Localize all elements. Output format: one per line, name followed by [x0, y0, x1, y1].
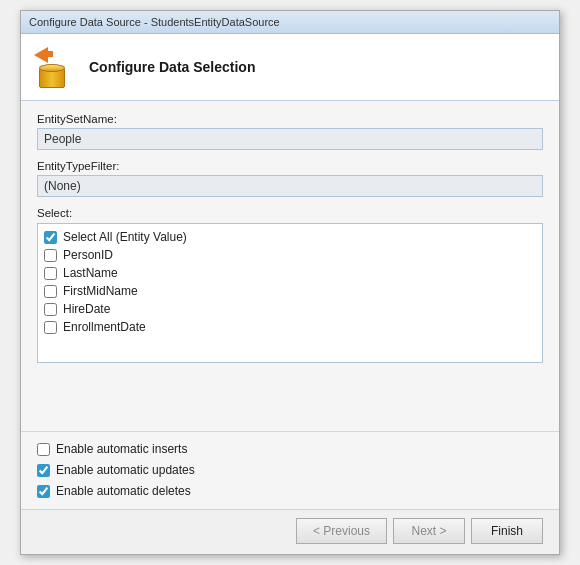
select-checkbox-item[interactable]: EnrollmentDate: [44, 318, 536, 336]
select-checkbox-label-1: PersonID: [63, 248, 113, 262]
auto-inserts-option[interactable]: Enable automatic inserts: [37, 440, 543, 458]
auto-inserts-checkbox[interactable]: [37, 443, 50, 456]
select-checkbox-label-3: FirstMidName: [63, 284, 138, 298]
select-checkbox-5[interactable]: [44, 321, 57, 334]
select-checkbox-item[interactable]: PersonID: [44, 246, 536, 264]
content-area: EntitySetName: EntityTypeFilter: Select:…: [21, 101, 559, 431]
entity-type-filter-label: EntityTypeFilter:: [37, 160, 543, 172]
select-checkbox-item[interactable]: LastName: [44, 264, 536, 282]
title-bar: Configure Data Source - StudentsEntityDa…: [21, 11, 559, 34]
select-checkbox-3[interactable]: [44, 285, 57, 298]
select-checkbox-item[interactable]: HireDate: [44, 300, 536, 318]
select-checkbox-item[interactable]: Select All (Entity Value): [44, 228, 536, 246]
select-checkbox-label-0: Select All (Entity Value): [63, 230, 187, 244]
auto-deletes-checkbox[interactable]: [37, 485, 50, 498]
auto-deletes-label: Enable automatic deletes: [56, 484, 191, 498]
configure-data-source-dialog: Configure Data Source - StudentsEntityDa…: [20, 10, 560, 555]
previous-button[interactable]: < Previous: [296, 518, 387, 544]
select-checkbox-label-4: HireDate: [63, 302, 110, 316]
select-checkbox-item[interactable]: FirstMidName: [44, 282, 536, 300]
select-checkbox-0[interactable]: [44, 231, 57, 244]
auto-inserts-label: Enable automatic inserts: [56, 442, 187, 456]
select-checkbox-2[interactable]: [44, 267, 57, 280]
next-button[interactable]: Next >: [393, 518, 465, 544]
datasource-icon: [33, 46, 75, 88]
select-checkbox-label-2: LastName: [63, 266, 118, 280]
header-section: Configure Data Selection: [21, 34, 559, 101]
select-checkbox-label-5: EnrollmentDate: [63, 320, 146, 334]
entity-set-name-input[interactable]: [37, 128, 543, 150]
select-checkbox-1[interactable]: [44, 249, 57, 262]
auto-deletes-option[interactable]: Enable automatic deletes: [37, 482, 543, 500]
finish-button[interactable]: Finish: [471, 518, 543, 544]
bottom-options-section: Enable automatic inserts Enable automati…: [21, 431, 559, 509]
window-title: Configure Data Source - StudentsEntityDa…: [29, 16, 280, 28]
select-checkbox-4[interactable]: [44, 303, 57, 316]
footer: < Previous Next > Finish: [21, 509, 559, 554]
header-title: Configure Data Selection: [89, 59, 255, 75]
checkbox-list: Select All (Entity Value)PersonIDLastNam…: [37, 223, 543, 363]
auto-updates-label: Enable automatic updates: [56, 463, 195, 477]
auto-updates-checkbox[interactable]: [37, 464, 50, 477]
auto-updates-option[interactable]: Enable automatic updates: [37, 461, 543, 479]
entity-type-filter-input[interactable]: [37, 175, 543, 197]
select-label: Select:: [37, 207, 543, 219]
entity-set-name-label: EntitySetName:: [37, 113, 543, 125]
